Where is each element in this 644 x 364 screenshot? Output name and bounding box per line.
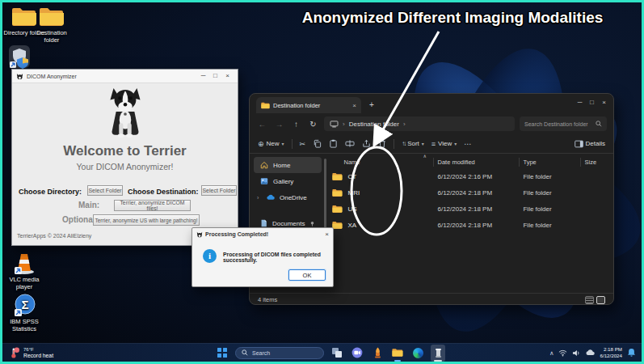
- taskbar-search[interactable]: Search: [235, 347, 324, 359]
- select-destination-button[interactable]: Select Folder: [201, 185, 237, 196]
- back-icon[interactable]: ←: [256, 120, 268, 129]
- explorer-address-bar: ← → ↑ ↻ › Destination folder › Search De…: [250, 113, 613, 134]
- sidebar-item-onedrive[interactable]: › OneDrive: [254, 189, 322, 205]
- minimize-icon[interactable]: ─: [197, 70, 209, 83]
- anonymize-us-button[interactable]: Terrier, anonymize US with large pathchi…: [93, 214, 200, 226]
- dicom-anonymizer-window: DICOM Anonymizer ─ □ × Welcome to Terrie…: [11, 69, 238, 246]
- select-directory-button[interactable]: Select Folder: [87, 185, 123, 196]
- explorer-search-box[interactable]: Search Destination folder: [520, 116, 607, 131]
- desktop-icon-spss[interactable]: Σ IBM SPSS Statistics: [5, 294, 44, 333]
- delete-icon[interactable]: [378, 139, 386, 148]
- close-icon[interactable]: ×: [325, 231, 329, 238]
- expand-chevron-icon[interactable]: ›: [257, 195, 261, 201]
- desktop-icon-dicom-anonymizer-app[interactable]: [6, 44, 32, 70]
- windows-logo-icon: [217, 348, 227, 358]
- welcome-subheading: Your DICOM Anonymizer!: [12, 162, 238, 171]
- file-type: File folder: [520, 222, 581, 229]
- new-tab-icon[interactable]: +: [369, 97, 374, 113]
- edge-button[interactable]: [410, 345, 425, 362]
- annotation-title: Anonymized Different Imaging Modalities: [283, 9, 622, 27]
- new-button[interactable]: ⊕ New ▾: [258, 140, 284, 148]
- desktop-icon-label: Destination folder: [31, 29, 73, 44]
- task-view-button[interactable]: [330, 345, 344, 362]
- up-icon[interactable]: ↑: [290, 120, 302, 129]
- volume-icon[interactable]: [572, 349, 580, 357]
- paste-icon[interactable]: [329, 139, 338, 148]
- choose-directory-label: Choose Directory:: [19, 188, 82, 196]
- list-view-icon[interactable]: [585, 296, 594, 304]
- anonymize-dicom-button[interactable]: Terrier, anonymize DICOM files!: [114, 200, 191, 211]
- file-explorer-button[interactable]: [390, 345, 405, 362]
- start-button[interactable]: [215, 345, 229, 362]
- desktop-icon-destination-folder[interactable]: Destination folder: [31, 6, 73, 44]
- file-row-xa[interactable]: XA 6/12/2024 2:18 PM File folder: [330, 217, 614, 233]
- wifi-icon[interactable]: [558, 349, 567, 357]
- tray-chevron-up-icon[interactable]: ∧: [549, 349, 554, 357]
- maximize-icon[interactable]: □: [209, 70, 221, 83]
- maximize-icon[interactable]: □: [586, 96, 598, 109]
- explorer-tab[interactable]: Destination folder ×: [256, 97, 361, 113]
- taskbar-clock[interactable]: 2:18 PM 6/12/2024: [600, 346, 622, 359]
- sidebar-item-gallery[interactable]: Gallery: [254, 173, 322, 189]
- explorer-file-list: ∧ Name Date modified Type Size CT 6/12/2…: [326, 154, 614, 293]
- forward-icon[interactable]: →: [273, 120, 285, 129]
- search-icon: [596, 121, 602, 127]
- chevron-down-icon: ▾: [454, 141, 457, 146]
- column-header-name[interactable]: Name: [330, 158, 434, 167]
- sort-button[interactable]: ↑↓ Sort ▾: [402, 140, 424, 147]
- processing-completed-dialog: Processing Completed! × i Processing of …: [192, 227, 334, 287]
- close-icon[interactable]: ×: [598, 96, 610, 109]
- minimize-icon[interactable]: ─: [574, 96, 586, 109]
- thermometer-icon: [9, 347, 20, 359]
- orange-app-icon: [373, 347, 382, 358]
- column-header-type[interactable]: Type: [520, 158, 581, 167]
- home-icon: [260, 161, 268, 169]
- share-icon[interactable]: [362, 139, 371, 148]
- active-app-indicator: [434, 360, 442, 362]
- file-row-mri[interactable]: MRI 6/12/2024 2:18 PM File folder: [330, 184, 614, 201]
- weather-temp: 76°F: [23, 347, 53, 353]
- toolbar-divider: [292, 139, 293, 149]
- ok-button[interactable]: OK: [288, 269, 326, 281]
- search-placeholder: Search Destination folder: [524, 121, 588, 127]
- details-view-icon[interactable]: [596, 296, 605, 304]
- chat-button[interactable]: [350, 345, 364, 362]
- terrier-mini-icon: [16, 73, 23, 80]
- column-header-date[interactable]: Date modified: [434, 158, 520, 167]
- view-button[interactable]: ≡ View ▾: [431, 140, 457, 148]
- choose-destination-label: Choose Destination:: [128, 188, 199, 196]
- breadcrumb-folder[interactable]: Destination folder: [349, 121, 399, 128]
- refresh-icon[interactable]: ↻: [307, 120, 319, 129]
- weather-widget[interactable]: 76°F Record heat: [2, 347, 53, 359]
- anonymizer-titlebar[interactable]: DICOM Anonymizer ─ □ ×: [12, 70, 238, 83]
- folder-icon: [332, 188, 343, 197]
- window-title: DICOM Anonymizer: [27, 74, 197, 79]
- file-type: File folder: [520, 189, 581, 197]
- active-app-button[interactable]: [431, 345, 445, 362]
- details-pane-icon: [575, 140, 583, 148]
- notification-bell-icon[interactable]: [627, 348, 636, 358]
- cut-icon[interactable]: ✂: [300, 140, 306, 148]
- copy-icon[interactable]: [313, 139, 322, 148]
- breadcrumb[interactable]: › Destination folder ›: [324, 116, 515, 131]
- file-date: 6/12/2024 2:16 PM: [434, 173, 520, 180]
- file-row-us[interactable]: US 6/12/2024 2:18 PM File folder: [330, 201, 614, 217]
- svg-text:Σ: Σ: [21, 298, 28, 311]
- desktop-icon-label: IBM SPSS Statistics: [5, 318, 44, 333]
- tab-close-icon[interactable]: ×: [352, 102, 356, 109]
- edge-icon: [413, 348, 423, 358]
- spss-sigma-icon: Σ: [14, 294, 36, 316]
- desktop-icon-vlc[interactable]: VLC media player: [5, 252, 44, 291]
- column-header-size[interactable]: Size: [581, 158, 614, 167]
- more-options-icon[interactable]: ⋯: [464, 140, 471, 148]
- rename-icon[interactable]: [345, 139, 355, 148]
- file-name: MRI: [347, 189, 360, 197]
- dialog-titlebar[interactable]: Processing Completed! ×: [192, 228, 333, 240]
- onedrive-tray-icon[interactable]: [585, 349, 595, 356]
- file-row-ct[interactable]: CT 6/12/2024 2:16 PM File folder: [330, 168, 614, 184]
- details-pane-button[interactable]: Details: [575, 140, 605, 148]
- file-list-header: Name Date modified Type Size: [330, 155, 614, 168]
- sidebar-item-home[interactable]: Home: [254, 157, 322, 173]
- close-icon[interactable]: ×: [221, 70, 234, 83]
- pinned-app-button[interactable]: [370, 345, 385, 362]
